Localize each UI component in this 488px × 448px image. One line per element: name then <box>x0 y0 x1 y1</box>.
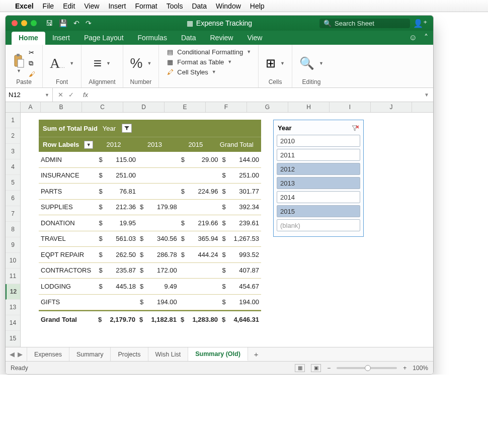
col-header-B[interactable]: B <box>41 102 82 112</box>
menu-view[interactable]: View <box>84 2 99 10</box>
save-icon[interactable]: 🖫 <box>46 19 53 27</box>
slicer-item-2010[interactable]: 2010 <box>277 135 360 147</box>
col-header-F[interactable]: F <box>206 102 247 112</box>
sheet-nav-prev-icon[interactable]: ◀ <box>10 350 15 358</box>
row-header-6[interactable]: 6 <box>6 191 20 206</box>
pivot-cell[interactable]: $194.00 <box>220 298 261 306</box>
row-header-8[interactable]: 8 <box>6 222 20 237</box>
undo-icon[interactable]: ↶ <box>73 19 79 27</box>
zoom-thumb[interactable] <box>365 365 371 371</box>
row-header-2[interactable]: 2 <box>6 128 20 144</box>
menu-help[interactable]: Help <box>250 2 265 10</box>
normal-view-icon[interactable]: ▦ <box>295 364 305 372</box>
pivot-cell[interactable]: $251.00 <box>97 171 138 179</box>
zoom-out-icon[interactable]: − <box>327 365 331 372</box>
year-slicer[interactable]: Year 201020112012201320142015(blank) <box>273 120 364 237</box>
alignment-icon[interactable]: ≡ <box>94 55 102 71</box>
menu-window[interactable]: Window <box>216 2 241 10</box>
tab-formulas[interactable]: Formulas <box>131 32 174 45</box>
namebox-dropdown-icon[interactable]: ▼ <box>45 93 49 98</box>
pivot-cell[interactable]: $224.96 <box>179 188 220 195</box>
find-icon[interactable]: 🔍 <box>299 56 314 70</box>
tab-home[interactable]: Home <box>12 32 45 45</box>
font-icon[interactable]: A… <box>50 55 65 71</box>
slicer-item-2011[interactable]: 2011 <box>277 149 360 161</box>
zoom-in-icon[interactable]: + <box>403 365 406 372</box>
expand-formula-icon[interactable]: ▼ <box>420 92 433 98</box>
pivot-cell[interactable]: $365.94 <box>179 235 220 242</box>
cell-styles-button[interactable]: 🖍Cell Styles▼ <box>166 68 251 76</box>
pivot-cell[interactable]: $19.95 <box>97 219 138 227</box>
row-header-12[interactable]: 12 <box>6 284 20 300</box>
save-alt-icon[interactable]: 💾 <box>59 19 67 27</box>
minimize-window-icon[interactable] <box>21 20 27 26</box>
pivot-cell[interactable]: $392.34 <box>220 203 261 211</box>
pivot-cell[interactable]: $194.00 <box>138 298 179 306</box>
col-header-D[interactable]: D <box>123 102 165 112</box>
tab-view[interactable]: View <box>240 32 269 45</box>
slicer-item-blank[interactable]: (blank) <box>277 219 360 231</box>
pivot-cell[interactable]: $179.98 <box>138 203 179 211</box>
pivot-cell[interactable]: $115.00 <box>97 156 138 163</box>
pivot-cell[interactable]: $251.00 <box>220 171 261 179</box>
row-header-5[interactable]: 5 <box>6 175 20 191</box>
paste-dropdown-icon[interactable]: ▼ <box>17 68 21 73</box>
pivot-row[interactable]: TRAVEL$561.03$340.56$365.94$1,267.53 <box>39 231 261 247</box>
col-header-I[interactable]: I <box>330 102 371 112</box>
percent-icon[interactable]: % <box>130 55 143 71</box>
pivot-row[interactable]: GIFTS$194.00$194.00 <box>39 295 261 311</box>
pivot-row[interactable]: EQPT REPAIR$262.50$286.78$444.24$993.52 <box>39 247 261 263</box>
col-header-A[interactable]: A <box>21 102 41 112</box>
col-header-G[interactable]: G <box>247 102 288 112</box>
share-icon[interactable]: 👤⁺ <box>413 19 427 28</box>
paste-icon[interactable] <box>13 53 25 68</box>
pivot-cell[interactable]: $219.66 <box>179 219 220 227</box>
sheet-tab-summary--old-[interactable]: Summary (Old) <box>188 347 248 361</box>
pivot-cell[interactable]: $444.24 <box>179 251 220 258</box>
pivot-cell[interactable]: $144.00 <box>220 156 261 163</box>
sheet-tab-expenses[interactable]: Expenses <box>27 347 69 361</box>
pivot-cell[interactable]: $262.50 <box>97 251 138 258</box>
collapse-ribbon-icon[interactable]: ˄ <box>424 33 428 42</box>
pivot-cell[interactable]: $445.18 <box>97 283 138 290</box>
pivot-filter-icon[interactable] <box>122 124 132 133</box>
row-header-7[interactable]: 7 <box>6 206 20 222</box>
pivot-row[interactable]: ADMIN$115.00$29.00$144.00 <box>39 152 261 168</box>
pivot-row[interactable]: DONATION$19.95$219.66$239.61 <box>39 215 261 231</box>
pivot-cell[interactable]: $1,267.53 <box>220 235 261 242</box>
row-header-13[interactable]: 13 <box>6 300 20 315</box>
row-header-4[interactable]: 4 <box>6 159 20 175</box>
pivot-cell[interactable]: $286.78 <box>138 251 179 258</box>
slicer-item-2014[interactable]: 2014 <box>277 191 360 203</box>
pivot-cell[interactable]: $235.87 <box>97 266 138 274</box>
pivot-cell[interactable]: $9.49 <box>138 283 179 290</box>
cut-icon[interactable]: ✂ <box>29 49 35 56</box>
redo-icon[interactable]: ↷ <box>86 19 92 27</box>
search-sheet[interactable]: 🔍 Search Sheet <box>319 19 410 28</box>
col-header-H[interactable]: H <box>288 102 330 112</box>
row-header-1[interactable]: 1 <box>6 113 20 128</box>
pivot-cell[interactable]: $301.77 <box>220 188 261 195</box>
menu-format[interactable]: Format <box>135 2 157 10</box>
slicer-item-2015[interactable]: 2015 <box>277 205 360 217</box>
tab-insert[interactable]: Insert <box>45 32 77 45</box>
pivot-cell[interactable]: $454.67 <box>220 283 261 290</box>
slicer-clear-filter-icon[interactable] <box>351 125 359 132</box>
close-window-icon[interactable] <box>12 20 18 26</box>
pivot-cell[interactable]: $29.00 <box>179 156 220 163</box>
pivot-cell[interactable]: $561.03 <box>97 235 138 242</box>
row-header-11[interactable]: 11 <box>6 268 20 284</box>
sheet-nav-next-icon[interactable]: ▶ <box>18 350 23 358</box>
zoom-slider[interactable] <box>337 367 397 369</box>
page-layout-view-icon[interactable]: ▣ <box>311 364 321 372</box>
pivot-cell[interactable]: $340.56 <box>138 235 179 242</box>
slicer-item-2013[interactable]: 2013 <box>277 177 360 189</box>
pivot-cell[interactable]: $993.52 <box>220 251 261 258</box>
copy-icon[interactable]: ⧉ <box>29 59 35 67</box>
menu-excel[interactable]: Excel <box>15 2 34 10</box>
pivot-cell[interactable]: $212.36 <box>97 203 138 211</box>
cancel-icon[interactable]: ✕ <box>58 91 63 99</box>
pivot-cell[interactable]: $76.81 <box>97 188 138 195</box>
col-header-E[interactable]: E <box>165 102 206 112</box>
menu-file[interactable]: File <box>43 2 54 10</box>
